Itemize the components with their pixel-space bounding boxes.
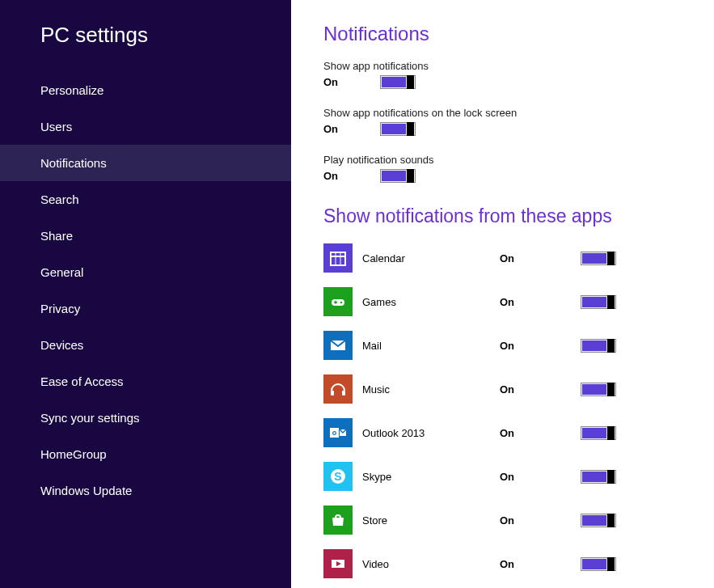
sidebar-item-label: Users	[40, 120, 72, 133]
svg-rect-9	[331, 391, 334, 396]
setting-value: On	[323, 170, 380, 182]
sidebar-item-windows-update[interactable]: Windows Update	[0, 472, 291, 509]
app-name: Games	[362, 296, 500, 308]
main-panel: Notifications Show app notificationsOnSh…	[291, 0, 714, 588]
setting-value: On	[323, 76, 380, 88]
section-title-apps: Show notifications from these apps	[323, 205, 682, 227]
app-name: Calendar	[362, 252, 500, 264]
app-row: GamesOn	[323, 287, 682, 316]
sidebar-item-general[interactable]: General	[0, 254, 291, 290]
app-name: Outlook 2013	[362, 427, 500, 439]
toggle-app-skype[interactable]	[581, 470, 616, 484]
svg-rect-10	[342, 391, 345, 396]
games-icon	[323, 287, 353, 316]
svg-text:S: S	[334, 470, 341, 483]
app-name: Store	[362, 514, 500, 527]
sidebar-item-users[interactable]: Users	[0, 108, 291, 145]
page-title: PC settings	[0, 23, 291, 72]
sidebar-item-label: Notifications	[40, 156, 107, 170]
store-icon	[323, 506, 353, 535]
app-row: MusicOn	[323, 374, 682, 404]
mail-icon	[323, 331, 353, 360]
app-state: On	[500, 252, 581, 264]
toggle-app-video[interactable]	[581, 557, 616, 571]
sidebar-item-sync-your-settings[interactable]: Sync your settings	[0, 400, 291, 436]
skype-icon: S	[323, 462, 353, 491]
toggle-app-store[interactable]	[581, 514, 616, 527]
app-row: CalendarOn	[323, 243, 682, 273]
toggle-app-calendar[interactable]	[581, 252, 616, 265]
sidebar-item-search[interactable]: Search	[0, 181, 291, 218]
outlook-icon: o	[323, 418, 353, 447]
sidebar: PC settings PersonalizeUsersNotification…	[0, 0, 291, 588]
sidebar-item-personalize[interactable]: Personalize	[0, 72, 291, 108]
sidebar-item-homegroup[interactable]: HomeGroup	[0, 436, 291, 472]
svg-text:o: o	[332, 429, 337, 437]
sidebar-item-privacy[interactable]: Privacy	[0, 290, 291, 327]
toggle-setting-2[interactable]	[380, 169, 416, 183]
toggle-app-outlook[interactable]	[581, 426, 616, 440]
sidebar-item-label: General	[40, 265, 83, 279]
svg-point-5	[340, 302, 342, 303]
app-state: On	[500, 296, 581, 308]
app-row: MailOn	[323, 331, 682, 360]
app-row: VideoOn	[323, 549, 682, 578]
setting-group: Play notification soundsOn	[323, 154, 682, 183]
sidebar-item-label: Windows Update	[40, 484, 132, 497]
sidebar-item-label: Search	[40, 192, 79, 206]
app-state: On	[500, 427, 581, 439]
app-row: SSkypeOn	[323, 462, 682, 491]
sidebar-item-label: Share	[40, 229, 73, 243]
sidebar-item-label: Privacy	[40, 302, 80, 315]
svg-rect-0	[331, 252, 345, 265]
sidebar-item-label: HomeGroup	[40, 447, 107, 461]
setting-row: On	[323, 75, 682, 89]
app-name: Video	[362, 558, 500, 570]
app-state: On	[500, 383, 581, 396]
sidebar-item-devices[interactable]: Devices	[0, 327, 291, 363]
setting-row: On	[323, 169, 682, 183]
section-title-notifications: Notifications	[323, 23, 682, 45]
app-name: Music	[362, 383, 500, 396]
music-icon	[323, 374, 353, 404]
sidebar-item-label: Ease of Access	[40, 374, 124, 388]
toggle-app-games[interactable]	[581, 295, 616, 309]
toggle-app-mail[interactable]	[581, 339, 616, 353]
sidebar-item-label: Sync your settings	[40, 411, 140, 425]
app-state: On	[500, 340, 581, 352]
sidebar-item-label: Personalize	[40, 83, 104, 97]
app-row: oOutlook 2013On	[323, 418, 682, 447]
toggle-app-music[interactable]	[581, 383, 616, 396]
sidebar-item-label: Devices	[40, 338, 83, 352]
toggle-setting-1[interactable]	[380, 122, 416, 136]
app-row: StoreOn	[323, 506, 682, 535]
video-icon	[323, 549, 353, 578]
app-state: On	[500, 471, 581, 483]
calendar-icon	[323, 243, 353, 273]
setting-group: Show app notificationsOn	[323, 60, 682, 89]
app-name: Mail	[362, 340, 500, 352]
app-state: On	[500, 514, 581, 527]
app-state: On	[500, 558, 581, 570]
toggle-setting-0[interactable]	[380, 75, 416, 89]
svg-rect-4	[332, 299, 344, 306]
setting-label: Play notification sounds	[323, 154, 682, 166]
sidebar-item-ease-of-access[interactable]: Ease of Access	[0, 363, 291, 400]
svg-rect-7	[335, 301, 336, 304]
setting-group: Show app notifications on the lock scree…	[323, 107, 682, 136]
app-name: Skype	[362, 471, 500, 483]
setting-value: On	[323, 123, 380, 135]
sidebar-item-share[interactable]: Share	[0, 218, 291, 254]
sidebar-item-notifications[interactable]: Notifications	[0, 145, 291, 181]
setting-label: Show app notifications on the lock scree…	[323, 107, 682, 119]
setting-label: Show app notifications	[323, 60, 682, 72]
setting-row: On	[323, 122, 682, 136]
